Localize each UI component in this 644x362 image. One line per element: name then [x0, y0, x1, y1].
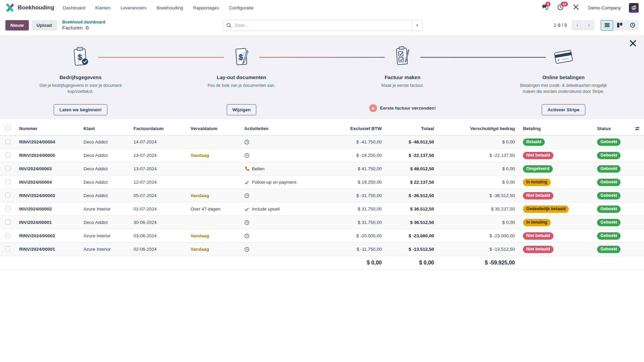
breadcrumb-parent-link[interactable]: Boekhoud dashboard	[62, 20, 105, 24]
row-checkbox[interactable]	[5, 206, 10, 211]
column-header-klant[interactable]: Klant	[80, 126, 130, 131]
search-input[interactable]	[233, 20, 412, 31]
app-logo-icon[interactable]	[5, 3, 14, 12]
document-layout-edit-button[interactable]: Wijzigen	[227, 104, 257, 115]
menu-rapportages[interactable]: Rapportages	[193, 5, 219, 10]
invoice-date: 13-07-2024	[130, 166, 187, 171]
row-checkbox[interactable]	[5, 166, 10, 171]
onboarding-banner: $ Bedrijfsgegevens Stel je bedrijfsgegev…	[0, 35, 644, 119]
payment-status-badge: In betaling	[523, 179, 551, 186]
status-badge: Geboekt	[597, 179, 621, 186]
pager-previous-button[interactable]: ‹	[572, 20, 583, 31]
activity-cell[interactable]: Bellen	[241, 166, 321, 172]
column-header-totaal[interactable]: Totaal	[386, 126, 439, 131]
invoice-number: RINV/2024/00001	[16, 247, 80, 252]
activity-view-button[interactable]	[626, 20, 639, 31]
status-badge: Geboekt	[597, 192, 621, 199]
messages-icon[interactable]: 5	[542, 4, 549, 11]
row-checkbox[interactable]	[5, 246, 10, 251]
activity-cell[interactable]	[241, 153, 321, 158]
table-row[interactable]: RINV/2024/00003 Deco Addict 05-07-2024 V…	[0, 189, 644, 202]
activity-cell[interactable]: Follow-up on payment	[241, 180, 321, 185]
table-row[interactable]: RINV/2024/00004 Deco Addict 14-07-2024 $…	[0, 135, 644, 149]
menu-dashboard[interactable]: Dashboard	[63, 5, 85, 10]
activity-cell[interactable]	[241, 233, 321, 239]
row-checkbox[interactable]	[5, 193, 10, 198]
table-row[interactable]: INV/2024/00004 Deco Addict 12-07-2024 Fo…	[0, 176, 644, 189]
activity-cell[interactable]	[241, 247, 321, 252]
new-button[interactable]: Nieuw	[5, 20, 29, 31]
activate-stripe-button[interactable]: Activeer Stripe	[542, 104, 585, 115]
list-view-button[interactable]	[601, 20, 613, 31]
payment-status-badge: Gedeeltelijk betaald	[523, 205, 569, 213]
untaxed-amount: $ 31.750,00	[321, 220, 386, 225]
table-row[interactable]: INV/2024/00002 Azure Interior 01-07-2024…	[0, 202, 644, 216]
row-checkbox[interactable]	[5, 139, 10, 144]
table-row[interactable]: RINV/2024/00005 Deco Addict 13-07-2024 V…	[0, 149, 644, 162]
column-header-verschuldigd[interactable]: Verschuldigd bedrag	[439, 126, 520, 131]
menu-leveranciers[interactable]: Leveranciers	[120, 5, 146, 10]
activity-cell[interactable]	[241, 193, 321, 198]
first-invoice-sent-note: ★ Eerste factuur verzonden!	[369, 104, 436, 112]
amount-due: $ 0,00	[439, 220, 520, 225]
column-header-nummer[interactable]: Nummer	[16, 126, 80, 131]
untaxed-amount: $ -41.750,00	[321, 139, 386, 144]
amount-due: $ -36.512,50	[439, 193, 520, 198]
table-row[interactable]: INV/2024/00001 Deco Addict 30-06-2024 $ …	[0, 216, 644, 229]
upload-button[interactable]: Upload	[32, 20, 57, 31]
amount-due: $ -23.000,00	[439, 233, 520, 238]
page-title: Facturen	[62, 25, 83, 31]
menu-klanten[interactable]: Klanten	[95, 5, 111, 10]
invoice-date: 13-07-2024	[130, 153, 187, 158]
step-title: Bedrijfsgegevens	[59, 74, 101, 80]
total-amount: $ -13.512,50	[386, 247, 439, 252]
column-header-exclusief-btw[interactable]: Exclusief BTW	[321, 126, 386, 131]
amount-due: $ 0,00	[439, 166, 520, 171]
pager-next-button[interactable]: ›	[583, 20, 595, 31]
column-header-betaling[interactable]: Betaling	[520, 126, 594, 131]
invoice-list: Nummer Klant Factuurdatum Vervaldatum Ac…	[0, 122, 644, 269]
status-badge: Geboekt	[597, 219, 621, 226]
debug-tools-icon[interactable]	[573, 4, 580, 11]
kanban-view-button[interactable]	[613, 20, 626, 31]
activities-clock-icon[interactable]: 24	[557, 4, 565, 11]
invoice-number: INV/2024/00001	[16, 220, 80, 225]
company-data-start-button[interactable]: Laten we beginnen!	[54, 104, 107, 115]
select-all-checkbox[interactable]	[5, 126, 10, 131]
document-layout-icon: $	[224, 42, 259, 72]
row-checkbox[interactable]	[5, 153, 10, 158]
online-payments-card-icon	[546, 42, 581, 72]
company-name[interactable]: Demo Company	[588, 5, 621, 10]
invoice-number: INV/2024/00004	[16, 180, 80, 185]
row-checkbox[interactable]	[5, 179, 10, 184]
action-gear-icon[interactable]: ⚙	[85, 25, 90, 31]
column-header-factuurdatum[interactable]: Factuurdatum	[130, 126, 187, 131]
activity-label: Follow-up on payment	[252, 180, 297, 185]
search-dropdown-toggle[interactable]: ▾	[412, 20, 422, 31]
step-description: Maak je eerste factuur.	[357, 83, 448, 100]
step-title: Factuur maken	[385, 74, 421, 80]
column-header-status[interactable]: Status	[594, 126, 631, 131]
invoice-date: 03-06-2024	[130, 233, 187, 238]
activity-cell[interactable]	[241, 139, 321, 145]
menu-configuratie[interactable]: Configuratie	[229, 5, 254, 10]
table-row[interactable]: RINV/2024/00002 Azure Interior 03-06-202…	[0, 229, 644, 243]
untaxed-amount: $ -19.250,00	[321, 153, 386, 158]
amount-due: $ 0,00	[439, 139, 520, 144]
adjust-columns-icon[interactable]	[631, 126, 644, 131]
table-row[interactable]: INV/2024/00003 Deco Addict 13-07-2024 Be…	[0, 162, 644, 176]
user-avatar[interactable]	[629, 3, 639, 13]
activity-clock-icon	[244, 220, 250, 225]
invoice-number: INV/2024/00003	[16, 166, 80, 171]
activity-cell[interactable]: Include upsell	[241, 206, 321, 212]
invoice-date: 30-06-2024	[130, 220, 187, 225]
activity-cell[interactable]	[241, 220, 321, 225]
menu-boekhouding[interactable]: Boekhouding	[157, 5, 183, 10]
row-checkbox[interactable]	[5, 220, 10, 225]
column-header-activiteiten[interactable]: Activiteiten	[241, 126, 321, 131]
table-row[interactable]: RINV/2024/00001 Azure Interior 02-06-202…	[0, 243, 644, 256]
invoice-number: RINV/2024/00005	[16, 153, 80, 158]
footer-amount-due-total: $ -59.925,00	[439, 260, 520, 266]
column-header-vervaldatum[interactable]: Vervaldatum	[187, 126, 241, 131]
row-checkbox[interactable]	[5, 233, 10, 238]
